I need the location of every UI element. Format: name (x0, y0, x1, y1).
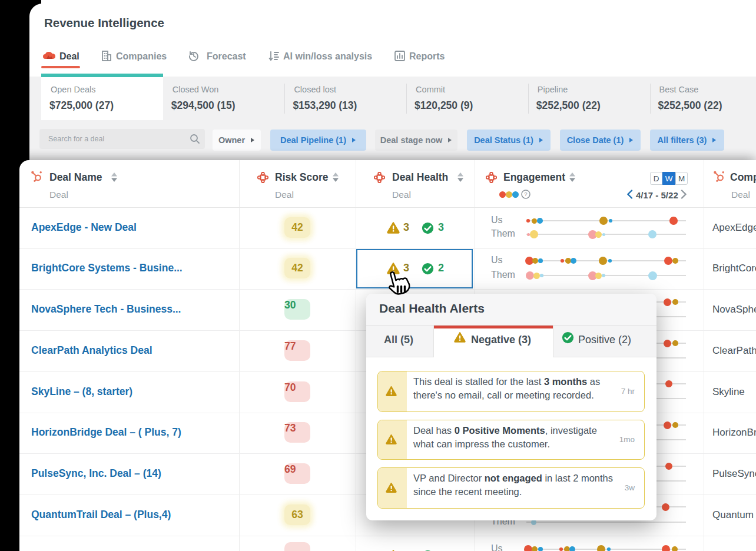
svg-text:?: ? (524, 191, 527, 197)
